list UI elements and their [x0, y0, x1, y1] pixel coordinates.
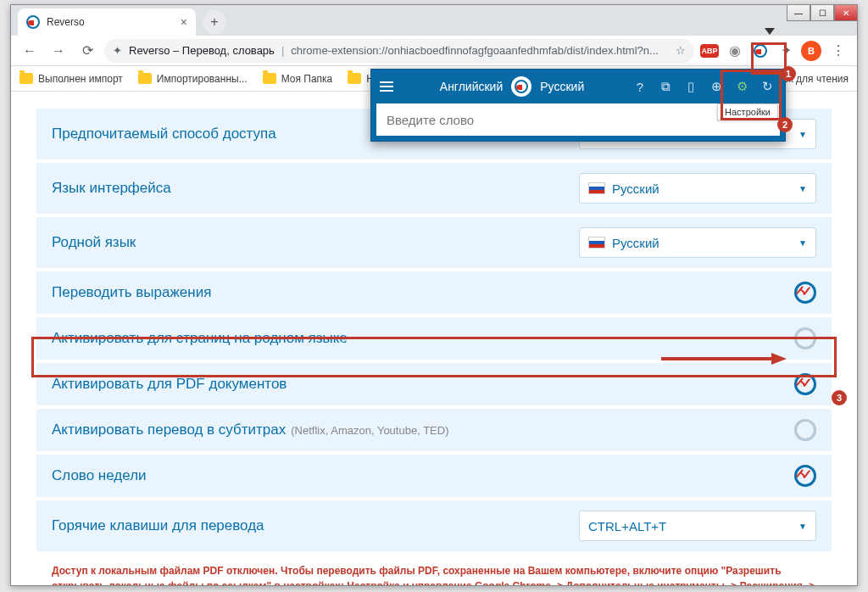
page-content: Предпочитаемый способ доступа ▼ Язык инт… [11, 100, 857, 585]
tab-title: Reverso [47, 16, 85, 28]
interface-lang-select[interactable]: Русский▼ [579, 173, 816, 204]
toggle-word-of-week[interactable]: ✓ [794, 465, 816, 487]
new-tab-button[interactable]: + [203, 10, 226, 34]
reverso-extension-icon[interactable] [750, 41, 771, 61]
extension-icon: ✦ [113, 44, 122, 57]
globe-icon[interactable]: ⊕ [707, 77, 726, 96]
hotkey-select[interactable]: CTRL+ALT+T▼ [579, 511, 816, 541]
annotation-badge-2: 2 [777, 117, 793, 132]
extension-indicator-icon [765, 28, 775, 35]
tab-strip: Reverso × + [11, 5, 857, 36]
shield-extension-icon[interactable]: ◉ [725, 41, 745, 61]
settings-panel: Предпочитаемый способ доступа ▼ Язык инт… [11, 100, 857, 585]
bookmark-folder[interactable]: Импортированны... [138, 73, 248, 85]
bookmark-folder[interactable]: Выполнен импорт [19, 73, 123, 85]
setting-row-word-of-week: Слово недели ✓ [36, 455, 832, 497]
lang-to[interactable]: Русский [540, 80, 584, 93]
tab-favicon [26, 15, 40, 29]
setting-row-translate-expressions: Переводить выражения ✓ [36, 271, 832, 314]
close-tab-icon[interactable]: × [181, 15, 187, 29]
back-button[interactable]: ← [18, 39, 42, 63]
popup-toolbar: Английский Русский ? ⧉ ▯ ⊕ ⚙ ↻ [371, 70, 785, 103]
profile-avatar[interactable]: B [801, 41, 821, 61]
doc-icon[interactable]: ▯ [682, 77, 700, 96]
close-window-button[interactable]: ✕ [834, 4, 858, 21]
setting-row-interface-lang: Язык интерфейса Русский▼ [36, 163, 832, 214]
toggle-native-pages[interactable] [794, 327, 816, 349]
abp-extension-icon[interactable]: ABP [699, 41, 720, 61]
flag-ru-icon [588, 237, 605, 249]
pdf-warning-note: Доступ к локальным файлам PDF отключен. … [36, 555, 832, 585]
chevron-down-icon: ▼ [798, 184, 807, 193]
window-controls: — ☐ ✕ [787, 4, 858, 21]
browser-toolbar: ← → ⟳ ✦ Reverso – Перевод, словарь | chr… [11, 36, 857, 66]
address-bar[interactable]: ✦ Reverso – Перевод, словарь | chrome-ex… [104, 39, 694, 63]
browser-tab[interactable]: Reverso × [18, 8, 196, 36]
setting-row-native-lang: Родной язык Русский▼ [36, 217, 832, 268]
toggle-subtitles[interactable] [794, 419, 816, 441]
history-icon[interactable]: ↻ [758, 77, 776, 96]
toggle-pdf[interactable]: ✓ [794, 373, 816, 395]
url-path: chrome-extension://onhiacboedfinnofagfgo… [291, 44, 659, 57]
flag-ru-icon [588, 182, 605, 194]
gear-icon[interactable]: ⚙ [732, 77, 751, 96]
chevron-down-icon: ▼ [798, 130, 807, 139]
reload-button[interactable]: ⟳ [75, 39, 99, 63]
reverso-popup: Английский Русский ? ⧉ ▯ ⊕ ⚙ ↻ Настройки [370, 69, 786, 142]
lang-from[interactable]: Английский [440, 80, 503, 93]
bookmark-star-icon[interactable]: ☆ [676, 44, 686, 57]
minimize-button[interactable]: — [787, 4, 810, 21]
settings-tooltip: Настройки [717, 103, 778, 120]
annotation-badge-1: 1 [781, 66, 796, 81]
setting-row-subtitles: Активировать перевод в субтитрах (Netfli… [36, 409, 832, 451]
setting-row-hotkeys: Горячие клавиши для перевода CTRL+ALT+T▼ [36, 500, 832, 551]
help-icon[interactable]: ? [631, 77, 649, 96]
url-title: Reverso – Перевод, словарь [129, 44, 275, 57]
bookmark-folder[interactable]: Моя Папка [263, 73, 333, 85]
native-lang-select[interactable]: Русский▼ [579, 227, 816, 258]
svg-marker-1 [771, 353, 787, 365]
maximize-button[interactable]: ☐ [810, 4, 834, 21]
toggle-translate-expressions[interactable]: ✓ [794, 282, 816, 304]
chevron-down-icon: ▼ [798, 238, 807, 248]
forward-button[interactable]: → [47, 39, 70, 63]
copy-icon[interactable]: ⧉ [656, 77, 675, 96]
chevron-down-icon: ▼ [798, 522, 807, 531]
hamburger-icon[interactable] [380, 81, 393, 92]
extensions-puzzle-icon[interactable]: ✦ [776, 41, 796, 61]
chrome-menu-icon[interactable]: ⋮ [826, 39, 850, 63]
annotation-arrow [661, 350, 788, 371]
reverso-logo-icon[interactable] [511, 76, 531, 97]
annotation-badge-3: 3 [832, 390, 847, 405]
